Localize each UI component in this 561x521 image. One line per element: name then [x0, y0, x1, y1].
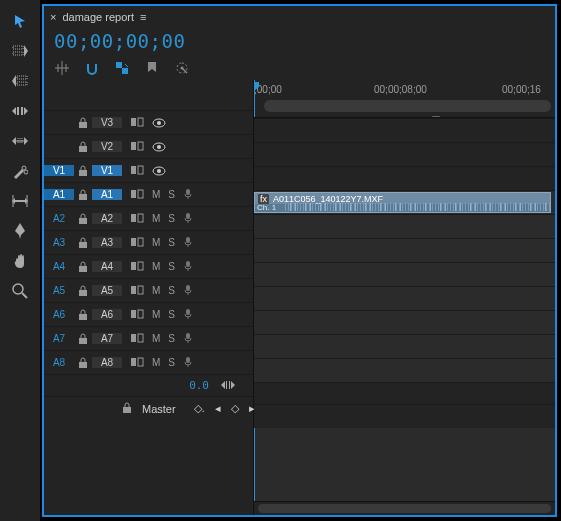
eye-icon[interactable] [152, 142, 166, 152]
source-patch[interactable]: A8 [44, 357, 74, 368]
lock-icon[interactable] [74, 237, 92, 249]
sync-lock-icon[interactable] [130, 213, 144, 225]
sync-lock-icon[interactable] [130, 117, 144, 129]
marker-icon[interactable] [144, 60, 160, 76]
voiceover-icon[interactable] [183, 356, 193, 370]
hand-tool-icon[interactable] [7, 248, 33, 274]
voiceover-icon[interactable] [183, 308, 193, 322]
sequence-tab[interactable]: × damage report ≡ [44, 8, 154, 26]
lock-icon[interactable] [74, 357, 92, 369]
timeline-video-row[interactable] [254, 142, 555, 166]
lock-icon[interactable] [74, 213, 92, 225]
eye-icon[interactable] [152, 118, 166, 128]
snap-handles-icon[interactable] [221, 379, 235, 393]
solo-toggle[interactable]: S [168, 213, 175, 224]
voiceover-icon[interactable] [183, 284, 193, 298]
track-select-forward-icon[interactable] [7, 38, 33, 64]
mute-toggle[interactable]: M [152, 261, 160, 272]
timeline-audio-row[interactable] [254, 358, 555, 382]
lock-icon[interactable] [74, 285, 92, 297]
solo-toggle[interactable]: S [168, 357, 175, 368]
source-patch[interactable]: V1 [44, 165, 74, 176]
track-target[interactable]: V2 [92, 141, 122, 152]
source-patch[interactable]: A7 [44, 333, 74, 344]
voiceover-icon[interactable] [183, 236, 193, 250]
track-target[interactable]: V1 [92, 165, 122, 176]
track-select-back-icon[interactable] [7, 68, 33, 94]
mute-toggle[interactable]: M [152, 189, 160, 200]
source-patch[interactable]: A2 [44, 213, 74, 224]
lock-icon[interactable] [74, 261, 92, 273]
track-target[interactable]: A7 [92, 333, 122, 344]
mute-toggle[interactable]: M [152, 213, 160, 224]
nest-icon[interactable] [54, 60, 70, 76]
track-target[interactable]: A5 [92, 285, 122, 296]
timeline-video-row[interactable] [254, 118, 555, 142]
lock-icon[interactable] [74, 117, 92, 129]
timeline-audio-row[interactable] [254, 262, 555, 286]
solo-toggle[interactable]: S [168, 309, 175, 320]
track-target[interactable]: A2 [92, 213, 122, 224]
pen-tool-icon[interactable] [7, 218, 33, 244]
timeline-audio-row[interactable]: fxA011C056_140122Y7.MXFCh. 1 [254, 190, 555, 214]
sync-lock-icon[interactable] [130, 285, 144, 297]
sync-lock-icon[interactable] [130, 165, 144, 177]
lock-icon[interactable] [74, 189, 92, 201]
mute-toggle[interactable]: M [152, 237, 160, 248]
sync-lock-icon[interactable] [130, 333, 144, 345]
tab-menu-icon[interactable]: ≡ [140, 11, 146, 23]
voiceover-icon[interactable] [183, 332, 193, 346]
mute-toggle[interactable]: M [152, 333, 160, 344]
track-target[interactable]: A3 [92, 237, 122, 248]
source-patch[interactable]: A6 [44, 309, 74, 320]
solo-toggle[interactable]: S [168, 189, 175, 200]
source-patch[interactable]: A4 [44, 261, 74, 272]
prev-keyframe-icon[interactable]: ◂ [215, 402, 221, 415]
mute-toggle[interactable]: M [152, 309, 160, 320]
sync-lock-icon[interactable] [130, 261, 144, 273]
playhead-timecode[interactable]: 00;00;00;00 [54, 30, 185, 52]
source-patch[interactable]: A3 [44, 237, 74, 248]
sync-lock-icon[interactable] [130, 141, 144, 153]
timeline-audio-row[interactable] [254, 214, 555, 238]
voiceover-icon[interactable] [183, 188, 193, 202]
track-target[interactable]: A4 [92, 261, 122, 272]
timeline-video-row[interactable] [254, 166, 555, 190]
voiceover-icon[interactable] [183, 260, 193, 274]
solo-toggle[interactable]: S [168, 261, 175, 272]
snap-icon[interactable] [84, 60, 100, 76]
timeline-audio-row[interactable] [254, 238, 555, 262]
track-target[interactable]: A8 [92, 357, 122, 368]
source-patch[interactable]: A5 [44, 285, 74, 296]
linked-selection-icon[interactable] [114, 60, 130, 76]
scrollbar-thumb[interactable] [258, 504, 551, 513]
timeline-audio-row[interactable] [254, 286, 555, 310]
sync-lock-icon[interactable] [130, 237, 144, 249]
voiceover-icon[interactable] [183, 212, 193, 226]
zoom-scrollbar[interactable] [264, 100, 551, 112]
audio-clip[interactable]: fxA011C056_140122Y7.MXFCh. 1 [254, 192, 551, 213]
settings-icon[interactable] [174, 60, 190, 76]
mute-toggle[interactable]: M [152, 357, 160, 368]
solo-toggle[interactable]: S [168, 237, 175, 248]
playhead-marker-icon[interactable] [254, 81, 260, 91]
tab-close[interactable]: × [50, 11, 56, 23]
lock-icon[interactable] [74, 141, 92, 153]
zoom-tool-icon[interactable] [7, 278, 33, 304]
track-target[interactable]: A1 [92, 189, 122, 200]
sync-lock-icon[interactable] [130, 357, 144, 369]
ripple-edit-icon[interactable] [7, 98, 33, 124]
lock-icon[interactable] [122, 402, 132, 416]
source-patch[interactable]: A1 [44, 189, 74, 200]
lock-icon[interactable] [74, 333, 92, 345]
solo-toggle[interactable]: S [168, 285, 175, 296]
rate-stretch-icon[interactable] [7, 128, 33, 154]
selection-tool-icon[interactable] [7, 8, 33, 34]
lock-icon[interactable] [74, 309, 92, 321]
zoom-value[interactable]: 0.0 [189, 379, 209, 392]
horizontal-scrollbar[interactable] [254, 501, 555, 515]
timeline-audio-row[interactable] [254, 310, 555, 334]
eye-icon[interactable] [152, 166, 166, 176]
lock-icon[interactable] [74, 165, 92, 177]
timeline-audio-row[interactable] [254, 334, 555, 358]
